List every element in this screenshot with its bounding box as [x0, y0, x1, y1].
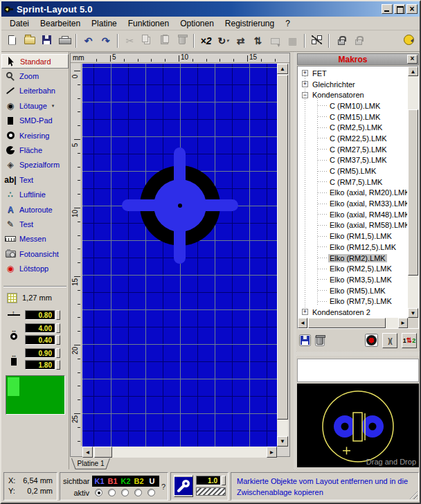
- scroll-up-icon[interactable]: ▲: [408, 66, 418, 76]
- active-layer-radio-k2[interactable]: [121, 489, 129, 496]
- tree-item[interactable]: C (RM37,5).LMK: [298, 155, 407, 166]
- active-layer-radio-b2[interactable]: [134, 489, 142, 496]
- horizontal-scroll-thumb[interactable]: [94, 447, 112, 458]
- tree-item[interactable]: +Kondensatoren 2: [298, 307, 407, 317]
- tree-item[interactable]: C (RM7,5).LMK: [298, 177, 407, 188]
- dropdown-arrow-icon[interactable]: ▾: [52, 103, 55, 109]
- tree-item[interactable]: C (RM5).LMK: [298, 165, 407, 177]
- scroll-right-icon[interactable]: ►: [398, 318, 408, 328]
- tree-item[interactable]: C (RM27,5).LMK: [298, 144, 407, 155]
- tool-loetauge[interactable]: ◉Lötauge▾: [1, 98, 69, 113]
- tree-item[interactable]: Elko (RM2).LMK: [298, 253, 407, 264]
- smd-size-stepper[interactable]: [56, 348, 60, 358]
- tool-kreisring[interactable]: Kreisring: [1, 128, 69, 143]
- tool-test[interactable]: ✎Test: [1, 217, 69, 231]
- menu-item-registrierung[interactable]: Registrierung: [220, 17, 280, 30]
- tree-item[interactable]: +FET: [298, 68, 407, 79]
- tree-item[interactable]: +Gleichrichter: [298, 79, 407, 90]
- scroll-down-icon[interactable]: ▼: [408, 308, 418, 318]
- layer-k2-indicator[interactable]: K2: [119, 477, 132, 485]
- menu-item-optionen[interactable]: Optionen: [174, 17, 220, 30]
- track-width-value[interactable]: 0.80: [25, 310, 55, 320]
- tool-spezialform[interactable]: ◈Spezialform: [1, 158, 69, 172]
- day-night-button[interactable]: [400, 33, 418, 49]
- rotate-button[interactable]: ↻▾: [215, 33, 232, 49]
- mirror-macro-button[interactable]: )(: [382, 333, 397, 348]
- tree-expander-icon[interactable]: +: [302, 81, 308, 87]
- tree-item[interactable]: Elko (axial, RM48).LMK: [298, 209, 407, 220]
- tool-messen[interactable]: Messen: [1, 232, 69, 246]
- smd-size-value[interactable]: 0.90: [25, 348, 55, 358]
- undo-button[interactable]: ↶: [80, 33, 97, 49]
- active-layer-radio-b1[interactable]: [108, 489, 116, 496]
- vertical-scroll-thumb[interactable]: [277, 75, 288, 420]
- tree-item[interactable]: Elko (RM5).LMK: [298, 285, 407, 296]
- tree-hscroll-thumb[interactable]: [308, 318, 386, 328]
- tree-item[interactable]: Elko (axial, RM20).LMK: [298, 188, 407, 199]
- tool-smd-pad[interactable]: SMD-Pad: [1, 114, 69, 128]
- menu-item-bearbeiten[interactable]: Bearbeiten: [35, 17, 86, 30]
- tool-zoom[interactable]: Zoom: [1, 69, 69, 83]
- open-button[interactable]: [21, 33, 38, 49]
- tree-item[interactable]: C (RM22,5).LMK: [298, 133, 407, 144]
- tool-text[interactable]: ab|Text: [1, 172, 69, 187]
- pad-size-stepper[interactable]: [56, 323, 60, 333]
- menu-item-platine[interactable]: Platine: [86, 17, 123, 30]
- mirror-vertical-button[interactable]: ⇅: [249, 33, 267, 49]
- tree-item[interactable]: C (RM2,5).LMK: [298, 122, 407, 133]
- canvas-horizontal-scrollbar[interactable]: ◄ ►: [82, 447, 277, 458]
- save-button[interactable]: [38, 33, 55, 49]
- menu-item-?[interactable]: ?: [280, 17, 296, 30]
- scroll-left-icon[interactable]: ◄: [82, 447, 93, 458]
- track-width-value[interactable]: 1.0: [196, 476, 221, 485]
- tool-fotoansicht[interactable]: Fotoansicht: [1, 246, 69, 261]
- maximize-button[interactable]: [394, 4, 405, 14]
- tree-item[interactable]: Elko (RM7,5).LMK: [298, 296, 407, 307]
- tree-expander-icon[interactable]: +: [302, 309, 308, 315]
- board-overview[interactable]: [6, 375, 65, 415]
- mirror-horizontal-button[interactable]: ⇄: [232, 33, 249, 49]
- tool-flaeche[interactable]: Fläche: [1, 143, 69, 157]
- redo-button[interactable]: ↷: [97, 33, 114, 49]
- minimize-button[interactable]: [382, 4, 393, 14]
- tree-expander-icon[interactable]: −: [302, 92, 308, 98]
- print-button[interactable]: [55, 33, 73, 49]
- tree-vscroll-thumb[interactable]: [408, 109, 418, 276]
- layout-canvas[interactable]: [82, 64, 277, 447]
- tool-luftlinie[interactable]: ∴Luftlinie: [1, 188, 69, 202]
- preview-splitter[interactable]: [296, 352, 420, 356]
- delete-macro-button[interactable]: [315, 335, 325, 346]
- layer-b2-indicator[interactable]: B2: [132, 477, 145, 485]
- tool-autoroute[interactable]: AAutoroute: [1, 202, 69, 217]
- lock-button[interactable]: [332, 33, 350, 49]
- pad-size-value[interactable]: 0.40: [25, 335, 55, 345]
- tool-standard[interactable]: Standard: [1, 54, 69, 69]
- makros-close-button[interactable]: ×: [407, 55, 418, 64]
- canvas-vertical-scrollbar[interactable]: ▲ ▼: [277, 64, 288, 447]
- tree-item[interactable]: Elko (RM12,5).LMK: [298, 242, 407, 253]
- resize-grip[interactable]: [409, 490, 418, 499]
- tree-item[interactable]: Elko (RM3,5).LMK: [298, 274, 407, 285]
- tree-item[interactable]: −Kondensatoren: [298, 89, 407, 100]
- tool-loetstopp[interactable]: ◉Lötstopp: [1, 261, 69, 276]
- tool-leiterbahn[interactable]: Leiterbahn: [1, 84, 69, 98]
- fill-pattern-swatch[interactable]: [196, 487, 226, 496]
- scroll-down-icon[interactable]: ▼: [277, 436, 288, 447]
- layer-k1-indicator[interactable]: K1: [93, 477, 106, 485]
- scroll-right-icon[interactable]: ►: [267, 447, 277, 458]
- tree-item[interactable]: Elko (axial, RM58).LMK: [298, 220, 407, 231]
- tree-vertical-scrollbar[interactable]: ▲ ▼: [408, 66, 418, 318]
- tree-item[interactable]: Elko (axial, RM33).LMK: [298, 198, 407, 209]
- duplicate-button[interactable]: ×2: [197, 33, 215, 49]
- track-width-stepper[interactable]: [56, 310, 60, 320]
- tree-expander-icon[interactable]: +: [302, 70, 308, 76]
- grid-setting[interactable]: 1,27 mm: [7, 293, 69, 303]
- save-macro-button[interactable]: [299, 334, 311, 346]
- track-width-stepper[interactable]: [222, 476, 226, 485]
- menu-item-funktionen[interactable]: Funktionen: [123, 17, 174, 30]
- smd-size-value[interactable]: 1.80: [25, 360, 55, 370]
- dropdown-arrow-icon[interactable]: ▾: [226, 38, 229, 44]
- board-tab[interactable]: Platine 1: [71, 458, 110, 469]
- tree-item[interactable]: C (RM15).LMK: [298, 111, 407, 123]
- smd-size-stepper[interactable]: [56, 360, 60, 370]
